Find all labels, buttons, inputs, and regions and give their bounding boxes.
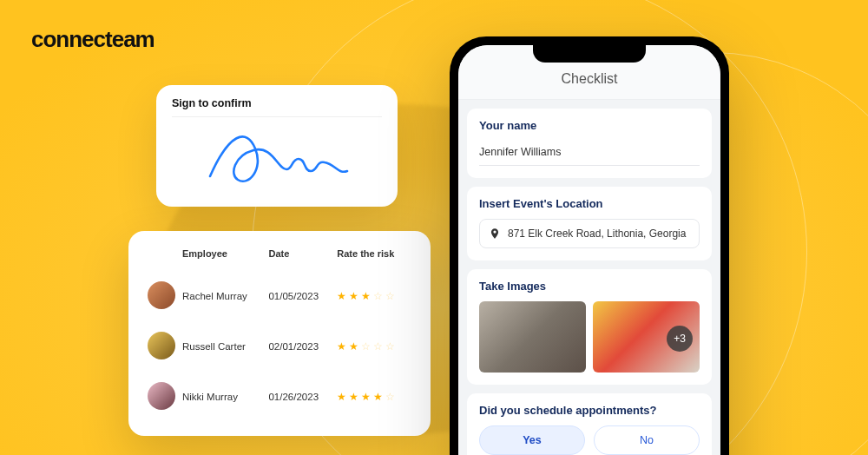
section-appointments: Did you schedule appointments? Yes No <box>467 393 712 455</box>
image-thumbnail[interactable]: +3 <box>593 301 700 373</box>
name-input[interactable]: Jennifer Williams <box>479 141 700 166</box>
signature-card-title: Sign to confirm <box>172 97 382 117</box>
risk-stars: ★★★★☆ <box>333 372 415 422</box>
col-rate: Rate the risk <box>333 243 415 271</box>
employee-date: 02/01/2023 <box>265 321 333 372</box>
employee-date: 01/26/2023 <box>265 372 333 422</box>
more-images-badge[interactable]: +3 <box>667 326 693 352</box>
phone-notch <box>533 45 646 63</box>
col-date: Date <box>265 243 333 271</box>
risk-stars: ★★☆☆☆ <box>333 321 415 372</box>
brand-logo: connecteam <box>31 26 155 53</box>
signature-card: Sign to confirm <box>156 85 398 207</box>
risk-table-card: Employee Date Rate the risk Rachel Murra… <box>128 231 431 436</box>
employee-name: Nikki Murray <box>179 372 265 422</box>
col-employee: Employee <box>179 243 265 271</box>
field-label-appointments: Did you schedule appointments? <box>479 404 700 417</box>
image-thumbnail[interactable] <box>479 301 586 373</box>
pin-icon <box>489 228 501 240</box>
risk-stars: ★★★☆☆ <box>333 271 415 321</box>
section-images: Take Images +3 <box>467 269 712 385</box>
risk-table: Employee Date Rate the risk Rachel Murra… <box>144 243 415 422</box>
avatar <box>148 382 175 410</box>
employee-date: 01/05/2023 <box>265 271 333 321</box>
field-label-location: Insert Event's Location <box>479 197 700 210</box>
employee-name: Russell Carter <box>179 321 265 372</box>
table-row: Russell Carter 02/01/2023 ★★☆☆☆ <box>144 321 415 372</box>
section-name: Your name Jennifer Williams <box>467 109 712 178</box>
signature-drawing <box>203 124 351 190</box>
field-label-images: Take Images <box>479 280 700 293</box>
location-value: 871 Elk Creek Road, Lithonia, Georgia <box>508 228 686 240</box>
no-button[interactable]: No <box>594 425 700 455</box>
signature-pad[interactable] <box>172 117 382 197</box>
section-location: Insert Event's Location 871 Elk Creek Ro… <box>467 187 712 260</box>
phone-screen: Checklist Your name Jennifer Williams In… <box>458 45 720 455</box>
location-input[interactable]: 871 Elk Creek Road, Lithonia, Georgia <box>479 219 700 248</box>
phone-frame: Checklist Your name Jennifer Williams In… <box>450 36 729 455</box>
field-label-name: Your name <box>479 119 700 132</box>
avatar <box>148 281 175 309</box>
yes-button[interactable]: Yes <box>479 425 585 455</box>
avatar <box>148 332 175 359</box>
table-row: Nikki Murray 01/26/2023 ★★★★☆ <box>144 372 415 422</box>
table-row: Rachel Murray 01/05/2023 ★★★☆☆ <box>144 271 415 321</box>
employee-name: Rachel Murray <box>179 271 265 321</box>
